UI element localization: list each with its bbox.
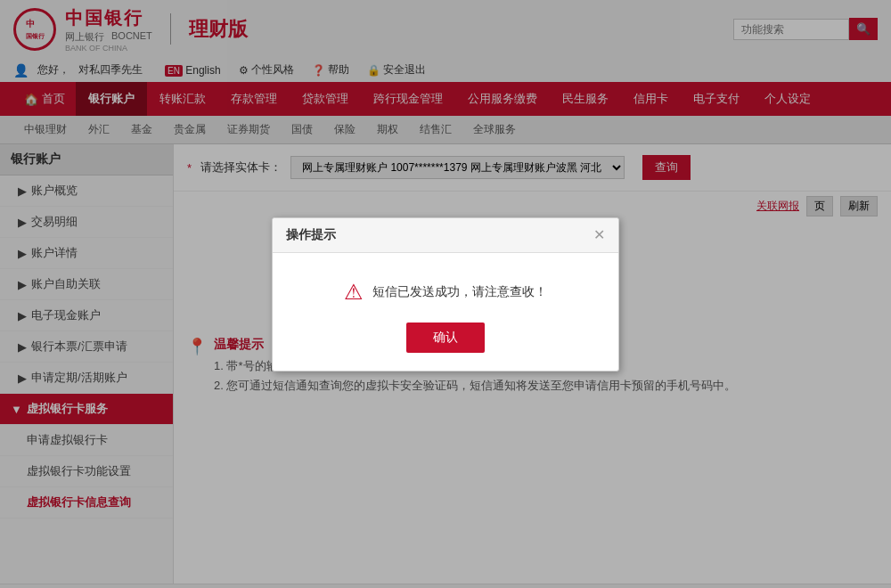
modal-header: 操作提示 ✕ <box>273 218 618 253</box>
modal-overlay[interactable]: 操作提示 ✕ ⚠ 短信已发送成功，请注意查收！ 确认 <box>0 0 891 588</box>
modal-error-icon: ⚠ <box>344 280 364 305</box>
modal-dialog: 操作提示 ✕ ⚠ 短信已发送成功，请注意查收！ 确认 <box>272 217 619 372</box>
modal-close-button[interactable]: ✕ <box>593 228 605 242</box>
modal-message-text: 短信已发送成功，请注意查收！ <box>372 284 547 300</box>
modal-message: ⚠ 短信已发送成功，请注意查收！ <box>344 280 547 305</box>
modal-body: ⚠ 短信已发送成功，请注意查收！ 确认 <box>273 253 618 371</box>
modal-title: 操作提示 <box>286 227 336 243</box>
modal-confirm-button[interactable]: 确认 <box>406 323 485 353</box>
